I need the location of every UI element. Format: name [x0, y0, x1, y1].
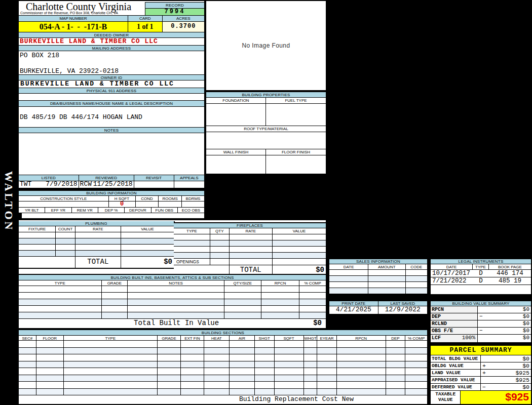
- taxable-value-label: TAXABLE VALUE: [431, 391, 461, 404]
- table-cell: [224, 306, 261, 312]
- column-header: NOTES: [128, 280, 224, 286]
- sales-information-panel: SALES INFORMATION DATEAMOUNTCODE: [328, 258, 428, 295]
- column-header: COUNT: [56, 226, 75, 232]
- print-date-label: PRINT DATE: [329, 301, 378, 306]
- table-cell: [75, 251, 121, 256]
- table-cell: [158, 368, 181, 375]
- table-cell: [19, 299, 102, 305]
- table-cell: [299, 286, 326, 292]
- column-header: GRADE: [158, 336, 181, 340]
- column-header: DATE: [431, 264, 473, 269]
- value-summary-row: RPCN$0: [431, 306, 531, 313]
- table-cell: [19, 375, 36, 382]
- table-row: [19, 368, 427, 375]
- table-cell: [275, 348, 304, 354]
- column-header: EXT FIN: [181, 336, 204, 340]
- parcel-row-label: OBLDG VALUE: [431, 362, 481, 369]
- table-cell: [304, 348, 318, 354]
- table-cell: [224, 299, 261, 305]
- table-cell: [64, 389, 158, 395]
- table-cell: [230, 354, 255, 361]
- table-cell: [75, 238, 121, 244]
- table-cell: [386, 382, 406, 388]
- value-summary-row: RCLND$0: [431, 320, 531, 328]
- table-cell: [317, 361, 337, 368]
- building-properties-panel: BUILDING PROPERTIES FOUNDATION FUEL TYPE…: [205, 91, 327, 175]
- table-cell: [230, 382, 255, 388]
- appeals-value: [174, 181, 204, 188]
- table-cell: [329, 276, 368, 281]
- table-cell: [224, 286, 261, 292]
- table-cell: [405, 354, 427, 361]
- table-cell: [386, 375, 406, 382]
- table-cell: [19, 293, 102, 299]
- table-row: [329, 276, 427, 282]
- openings-rate: [230, 259, 273, 265]
- table-row: [329, 282, 427, 288]
- column-header: FUN OBS: [151, 208, 178, 213]
- table-cell: [102, 299, 128, 305]
- reviewed-date: 11/25/2018: [93, 181, 133, 188]
- table-cell: [406, 288, 427, 294]
- table-cell: [19, 251, 56, 256]
- instrument-type: D: [473, 270, 489, 277]
- table-cell: [19, 232, 56, 238]
- roof-type-label: ROOF TYPE/MATERIAL: [206, 126, 326, 132]
- table-cell: [64, 354, 158, 361]
- table-cell: [317, 348, 337, 354]
- table-cell: [19, 306, 102, 312]
- table-cell: [329, 288, 368, 294]
- h-sqft-value: 0: [109, 201, 136, 207]
- instrument-book-page: 485 19: [489, 277, 531, 285]
- record-box: RECORD 7994: [145, 2, 204, 16]
- table-cell: [368, 282, 405, 288]
- table-cell: [204, 361, 230, 368]
- column-header: % COMP: [299, 280, 326, 286]
- table-cell: [273, 253, 326, 258]
- table-cell: [299, 312, 326, 318]
- table-cell: [36, 382, 64, 388]
- table-cell: [56, 245, 75, 250]
- table-cell: [19, 286, 102, 292]
- parcel-row-value: −$0: [481, 384, 531, 390]
- table-cell: [406, 270, 427, 275]
- table-row: [329, 270, 427, 276]
- table-cell: [386, 368, 406, 375]
- table-cell: [337, 382, 386, 388]
- table-cell: [230, 361, 255, 368]
- column-header: TYPE: [64, 336, 158, 340]
- column-header: CODE: [406, 264, 427, 269]
- table-cell: [317, 375, 337, 382]
- appeals-label: APPEALS: [174, 175, 204, 181]
- table-cell: [102, 312, 128, 318]
- table-cell: [255, 348, 275, 354]
- rooms-value: [159, 201, 182, 207]
- table-cell: [230, 348, 255, 354]
- column-header: DATE: [329, 264, 368, 269]
- acres-value: 0.3700: [163, 22, 204, 32]
- table-cell: [102, 293, 128, 299]
- table-cell: [317, 341, 337, 347]
- building-sections-footer: Building Replacement Cost New: [19, 395, 427, 404]
- value-summary-row: OBS F/E−$0: [431, 328, 531, 335]
- table-cell: [337, 354, 386, 361]
- table-cell: [261, 286, 300, 292]
- table-cell: [368, 276, 405, 281]
- table-cell: [299, 306, 326, 312]
- table-cell: [273, 234, 326, 240]
- built-ins-total-label: Total Built In Value: [86, 319, 267, 328]
- table-cell: [128, 299, 224, 305]
- table-cell: [255, 361, 275, 368]
- foundation-label: FOUNDATION: [206, 98, 266, 103]
- notes-label: NOTES: [19, 128, 204, 133]
- legal-description-area: DB 485/19 DB 446/174 HOGAN LAND: [19, 107, 204, 128]
- property-record-card: WALTON Charlotte County Virginia Commiss…: [0, 0, 532, 405]
- roof-type-value: [206, 132, 326, 149]
- taxable-value: $925: [461, 391, 531, 404]
- parcel-summary-row: APPRAISED VALUE$925: [431, 377, 531, 384]
- table-row: [19, 312, 326, 319]
- table-cell: [158, 341, 181, 347]
- table-cell: [158, 375, 181, 382]
- no-image-text: No Image Found: [242, 42, 290, 49]
- table-cell: [261, 293, 300, 299]
